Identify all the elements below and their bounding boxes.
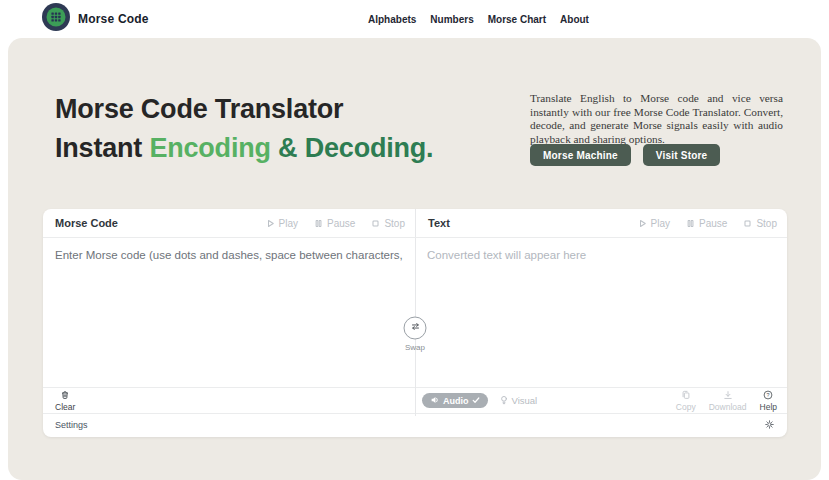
text-panel-header: Text Play Pause Stop <box>415 209 787 237</box>
check-icon <box>472 396 480 406</box>
swap-control: Swap <box>404 317 427 352</box>
hero-description: Translate English to Morse code and vice… <box>530 92 783 147</box>
panel-headers: Morse Code Play Pause Stop <box>43 209 787 238</box>
top-navigation-bar: Morse Code Alphabets Numbers Morse Chart… <box>0 0 829 38</box>
morse-play-label: Play <box>279 218 298 229</box>
stop-icon <box>370 218 381 229</box>
text-pause-label: Pause <box>699 218 727 229</box>
play-icon <box>637 218 648 229</box>
audio-toggle[interactable]: Audio <box>422 393 488 408</box>
pause-icon <box>313 218 324 229</box>
nav-item-alphabets[interactable]: Alphabets <box>368 14 416 25</box>
download-label: Download <box>709 403 747 412</box>
play-icon <box>265 218 276 229</box>
swap-icon <box>409 321 421 336</box>
toolbar-right: Audio Visual Copy Download <box>415 389 787 413</box>
page-content: Morse Code Translator Instant Encoding &… <box>8 38 821 480</box>
visit-store-button[interactable]: Visit Store <box>643 144 720 166</box>
nav-item-morse-chart[interactable]: Morse Chart <box>488 14 546 25</box>
main-nav: Alphabets Numbers Morse Chart About <box>368 0 589 38</box>
settings-gear-button[interactable] <box>764 418 775 433</box>
trash-icon <box>60 389 70 404</box>
swap-label: Swap <box>405 343 425 352</box>
morse-playback-controls: Play Pause Stop <box>265 218 405 229</box>
copy-button[interactable]: Copy <box>676 389 696 413</box>
text-stop-button[interactable]: Stop <box>742 218 777 229</box>
morse-input[interactable] <box>43 238 415 387</box>
pause-icon <box>685 218 696 229</box>
hero-cta-group: Morse Machine Visit Store <box>530 144 720 166</box>
logo-icon <box>42 3 70 35</box>
help-label: Help <box>760 403 777 412</box>
visual-toggle[interactable]: Visual <box>499 395 538 407</box>
swap-button[interactable] <box>404 317 427 340</box>
text-output[interactable] <box>415 238 787 387</box>
hero-subtitle-decoding: & Decoding. <box>271 133 434 163</box>
brand-name: Morse Code <box>78 12 149 26</box>
hero-subtitle-plain: Instant <box>55 133 149 163</box>
toolbar-actions: Copy Download ? Help <box>676 389 777 413</box>
text-stop-label: Stop <box>756 218 777 229</box>
text-playback-controls: Play Pause Stop <box>637 218 777 229</box>
hero-subtitle-encoding: Encoding <box>149 133 270 163</box>
speaker-icon <box>430 395 440 407</box>
help-button[interactable]: ? Help <box>760 389 777 413</box>
clear-button[interactable]: Clear <box>55 389 75 413</box>
morse-stop-button[interactable]: Stop <box>370 218 405 229</box>
visual-label: Visual <box>512 395 538 406</box>
morse-panel-header: Morse Code Play Pause Stop <box>43 209 415 237</box>
text-play-button[interactable]: Play <box>637 218 670 229</box>
page-title: Morse Code Translator Instant Encoding &… <box>55 90 433 168</box>
morse-input-area: Enter Morse code (use dots and dashes, s… <box>43 238 415 387</box>
hero-title-line1: Morse Code Translator <box>55 94 343 124</box>
text-panel-title: Text <box>428 217 450 229</box>
morse-pause-button[interactable]: Pause <box>313 218 355 229</box>
morse-play-button[interactable]: Play <box>265 218 298 229</box>
nav-item-numbers[interactable]: Numbers <box>430 14 473 25</box>
clear-label: Clear <box>55 403 75 412</box>
toolbar-left: Clear <box>43 389 415 413</box>
morse-machine-button[interactable]: Morse Machine <box>530 144 631 166</box>
download-icon <box>723 389 733 404</box>
copy-label: Copy <box>676 403 696 412</box>
morse-panel-title: Morse Code <box>55 217 118 229</box>
settings-row[interactable]: Settings <box>43 413 787 436</box>
settings-label: Settings <box>55 420 88 430</box>
translator-card: Morse Code Play Pause Stop <box>43 209 787 437</box>
stop-icon <box>742 218 753 229</box>
text-pause-button[interactable]: Pause <box>685 218 727 229</box>
text-output-area: Converted text will appear here <box>415 238 787 387</box>
bulb-icon <box>499 395 509 407</box>
download-button[interactable]: Download <box>709 389 747 413</box>
help-icon: ? <box>763 389 773 404</box>
brand-logo-link[interactable]: Morse Code <box>42 3 149 35</box>
copy-icon <box>681 389 691 404</box>
nav-item-about[interactable]: About <box>560 14 589 25</box>
audio-label: Audio <box>443 396 469 406</box>
text-play-label: Play <box>651 218 670 229</box>
panel-bodies: Enter Morse code (use dots and dashes, s… <box>43 238 787 387</box>
svg-text:?: ? <box>767 391 770 397</box>
morse-pause-label: Pause <box>327 218 355 229</box>
gear-icon <box>764 418 775 433</box>
morse-stop-label: Stop <box>384 218 405 229</box>
